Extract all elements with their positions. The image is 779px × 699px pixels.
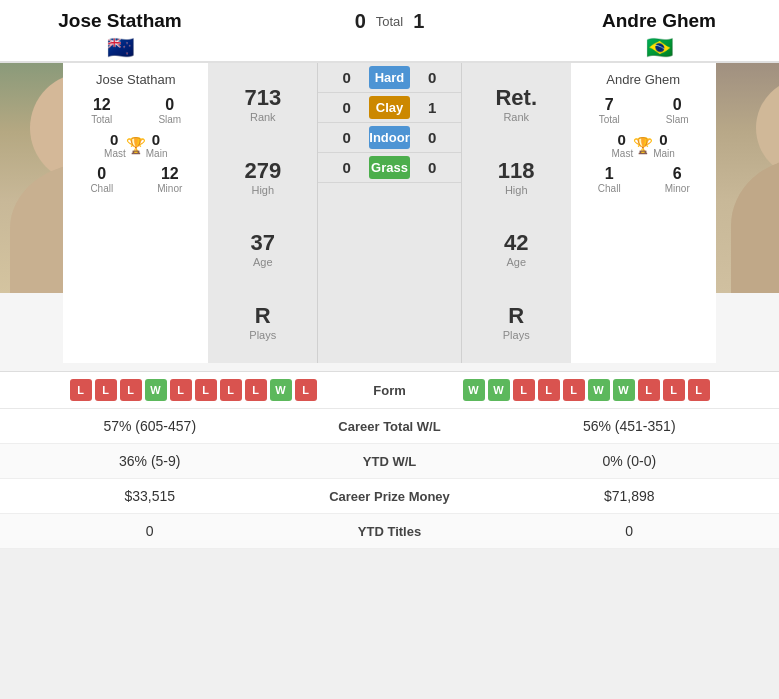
- stat-right-1: 0% (0-0): [490, 453, 770, 469]
- form-left-badge-6: L: [220, 379, 242, 401]
- form-left-badge-9: L: [295, 379, 317, 401]
- left-trophy-row: 0 Mast 🏆 0 Main: [68, 128, 203, 162]
- form-left-badge-0: L: [70, 379, 92, 401]
- right-bottom-stats-grid: 1 Chall 6 Minor: [576, 162, 711, 197]
- right-rank-label: Rank: [495, 111, 537, 123]
- stat-right-0: 56% (451-351): [490, 418, 770, 434]
- center-left-stats: 713 Rank 279 High 37 Age R Plays: [208, 63, 318, 363]
- right-player-flag: 🇧🇷: [539, 35, 779, 61]
- form-left-badge-5: L: [195, 379, 217, 401]
- right-plays-val: R: [503, 303, 530, 329]
- right-plays-stat: R Plays: [503, 303, 530, 341]
- left-player-photo: [0, 63, 63, 293]
- left-high-stat: 279 High: [244, 158, 281, 196]
- right-chall-val: 1: [576, 165, 643, 183]
- form-left-badge-4: L: [170, 379, 192, 401]
- stat-row-1: 36% (5-9) YTD W/L 0% (0-0): [0, 444, 779, 479]
- right-main-label: Main: [653, 148, 675, 159]
- form-right-badge-6: W: [613, 379, 635, 401]
- hard-row: 0 Hard 0: [318, 63, 460, 93]
- stat-left-0: 57% (605-457): [10, 418, 290, 434]
- left-minor-val: 12: [136, 165, 203, 183]
- right-high-val: 118: [498, 158, 535, 184]
- left-chall-stat: 0 Chall: [68, 162, 135, 197]
- center-right-stats: Ret. Rank 118 High 42 Age R Plays: [461, 63, 571, 363]
- hard-button[interactable]: Hard: [369, 66, 409, 89]
- stat-row-0: 57% (605-457) Career Total W/L 56% (451-…: [0, 409, 779, 444]
- right-minor-stat: 6 Minor: [644, 162, 711, 197]
- score-left: 0: [355, 10, 366, 33]
- stat-label-3: YTD Titles: [290, 524, 490, 539]
- score-right: 1: [413, 10, 424, 33]
- left-age-stat: 37 Age: [251, 230, 275, 268]
- indoor-score-right: 0: [410, 129, 455, 146]
- match-header: Jose Statham 🇳🇿 0 Total 1 Andre Ghem 🇧🇷: [0, 0, 779, 63]
- left-age-val: 37: [251, 230, 275, 256]
- right-total-val: 7: [576, 96, 643, 114]
- form-right-badge-3: L: [538, 379, 560, 401]
- left-bottom-stats-grid: 0 Chall 12 Minor: [68, 162, 203, 197]
- left-player-header: Jose Statham 🇳🇿: [0, 10, 240, 61]
- right-plays-label: Plays: [503, 329, 530, 341]
- left-rank-label: Rank: [244, 111, 281, 123]
- form-left-badges: LLLWLLLLWL: [8, 379, 325, 401]
- indoor-button[interactable]: Indoor: [369, 126, 409, 149]
- right-age-val: 42: [504, 230, 528, 256]
- right-stats-grid: 7 Total 0 Slam: [576, 93, 711, 128]
- right-name-label: Andre Ghem: [576, 68, 711, 93]
- right-slam-label: Slam: [644, 114, 711, 125]
- left-total-val: 12: [68, 96, 135, 114]
- right-slam-val: 0: [644, 96, 711, 114]
- clay-score-left: 0: [324, 99, 369, 116]
- right-player-photo: [716, 63, 779, 293]
- clay-row: 0 Clay 1: [318, 93, 460, 123]
- left-player-stats: Jose Statham 12 Total 0 Slam 0 Mast 🏆: [63, 63, 208, 363]
- stat-left-3: 0: [10, 523, 290, 539]
- left-minor-stat: 12 Minor: [136, 162, 203, 197]
- right-age-stat: 42 Age: [504, 230, 528, 268]
- form-right-badges: WWLLLWWLLL: [455, 379, 772, 401]
- right-minor-label: Minor: [644, 183, 711, 194]
- right-age-label: Age: [504, 256, 528, 268]
- surface-block: 0 Hard 0 0 Clay 1 0 Indoor 0: [318, 63, 460, 363]
- right-trophy-row: 0 Mast 🏆 0 Main: [576, 128, 711, 162]
- left-high-val: 279: [244, 158, 281, 184]
- form-right-badge-2: L: [513, 379, 535, 401]
- grass-score-right: 0: [410, 159, 455, 176]
- right-rank-stat: Ret. Rank: [495, 85, 537, 123]
- right-mast-label: Mast: [612, 148, 634, 159]
- right-main-val: 0: [659, 131, 669, 148]
- left-plays-label: Plays: [249, 329, 276, 341]
- left-slam-val: 0: [136, 96, 203, 114]
- left-mast-val: 0: [110, 131, 120, 148]
- clay-button[interactable]: Clay: [369, 96, 409, 119]
- right-slam-stat: 0 Slam: [644, 93, 711, 128]
- right-player-name: Andre Ghem: [539, 10, 779, 32]
- right-high-label: High: [498, 184, 535, 196]
- right-chall-label: Chall: [576, 183, 643, 194]
- hard-score-left: 0: [324, 69, 369, 86]
- form-right-badge-0: W: [463, 379, 485, 401]
- right-player-header: Andre Ghem 🇧🇷: [539, 10, 779, 61]
- header-center: 0 Total 1: [240, 10, 539, 61]
- form-right-badge-1: W: [488, 379, 510, 401]
- right-total-stat: 7 Total: [576, 93, 643, 128]
- left-plays-stat: R Plays: [249, 303, 276, 341]
- left-stats-grid: 12 Total 0 Slam: [68, 93, 203, 128]
- match-body: Jose Statham 12 Total 0 Slam 0 Mast 🏆: [0, 63, 779, 363]
- left-player-flag: 🇳🇿: [0, 35, 240, 61]
- form-left-badge-3: W: [145, 379, 167, 401]
- clay-score-right: 1: [410, 99, 455, 116]
- form-left-badge-8: W: [270, 379, 292, 401]
- left-main-val: 0: [152, 131, 162, 148]
- stat-row-3: 0 YTD Titles 0: [0, 514, 779, 549]
- right-total-label: Total: [576, 114, 643, 125]
- left-chall-label: Chall: [68, 183, 135, 194]
- right-minor-val: 6: [644, 165, 711, 183]
- bottom-stats: LLLWLLLLWL Form WWLLLWWLLL 57% (605-457)…: [0, 371, 779, 549]
- left-rank-val: 713: [244, 85, 281, 111]
- stat-label-2: Career Prize Money: [290, 489, 490, 504]
- left-total-label: Total: [68, 114, 135, 125]
- grass-button[interactable]: Grass: [369, 156, 409, 179]
- stat-row-2: $33,515 Career Prize Money $71,898: [0, 479, 779, 514]
